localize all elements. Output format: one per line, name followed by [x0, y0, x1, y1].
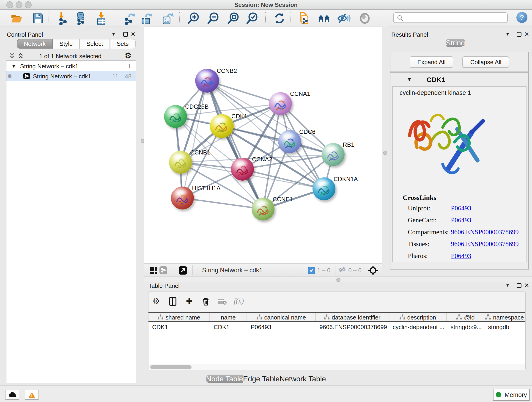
table-panel-collapse-icon[interactable]: ▾	[506, 282, 509, 288]
gene-section-header[interactable]: ▼ CDK1	[390, 73, 528, 86]
open-session-icon[interactable]	[10, 12, 23, 25]
table-row[interactable]: CDK1CDK1P064939606.ENSP00000378699cyclin…	[148, 322, 525, 332]
splitter-handle[interactable]	[383, 151, 387, 155]
node-CCNA1[interactable]	[269, 92, 292, 115]
control-panel-close-icon[interactable]: ✕	[131, 31, 136, 38]
table-cell[interactable]: CDK1	[210, 324, 247, 331]
tab-node-table[interactable]: Node Table	[206, 375, 243, 383]
export-table-icon[interactable]	[140, 12, 153, 25]
crosslink-link[interactable]: 9606.ENSP00000378699	[451, 228, 519, 236]
column-header-database-identifier[interactable]: database identifier	[316, 313, 389, 321]
save-session-icon[interactable]	[31, 12, 45, 25]
node-CDKN1A[interactable]	[312, 177, 336, 200]
control-panel-float-icon[interactable]	[123, 32, 128, 37]
crosslink-link[interactable]: P06493	[451, 216, 471, 224]
column-header-namespace[interactable]: namespace	[484, 313, 525, 321]
left-splitter[interactable]	[141, 27, 144, 385]
export-image-icon[interactable]	[161, 12, 175, 25]
network-row[interactable]: String Network – cdk1 11 48	[6, 71, 136, 81]
zoom-in-icon[interactable]	[187, 12, 201, 25]
home-icon[interactable]	[317, 12, 331, 25]
tab-string[interactable]: String	[446, 39, 465, 47]
hide-unhide-icon[interactable]	[337, 12, 351, 25]
collapse-all-button[interactable]: Collapse All	[462, 56, 509, 68]
search-input[interactable]	[393, 12, 508, 23]
network-canvas[interactable]: CCNB2 CCNA1 CDC25B CDK1 CDC6 RB1 CCNB1 C…	[144, 27, 382, 263]
column-header-canonical-name[interactable]: canonical name	[247, 313, 316, 321]
delete-column-icon[interactable]	[201, 296, 211, 306]
birdseye-view-icon[interactable]	[178, 265, 188, 275]
import-network-file-icon[interactable]	[56, 12, 70, 25]
export-network-icon[interactable]	[123, 12, 137, 25]
table-cell[interactable]: cyclin-dependent ...	[389, 324, 447, 331]
zoom-out-icon[interactable]	[207, 12, 220, 25]
tab-network[interactable]: Network	[17, 39, 52, 49]
node-CDC6[interactable]	[278, 130, 301, 153]
tab-sets[interactable]: Sets	[110, 39, 135, 49]
cloud-button[interactable]	[5, 390, 19, 400]
table-cell[interactable]: CDK1	[148, 324, 210, 331]
grid-view-icon[interactable]	[148, 265, 158, 275]
node-CCNA2[interactable]	[231, 158, 254, 181]
tab-select[interactable]: Select	[80, 39, 110, 49]
node-label-CDC6: CDC6	[299, 128, 316, 135]
node-CCNB2[interactable]	[195, 69, 219, 93]
fit-crosshair-icon[interactable]	[368, 265, 378, 275]
zoom-fit-icon[interactable]	[227, 12, 241, 25]
column-header--id[interactable]: @id	[447, 313, 485, 321]
crosslink-link[interactable]: P06493	[451, 252, 471, 260]
right-splitter[interactable]	[382, 27, 388, 276]
table-cell[interactable]: 9606.ENSP00000378699	[316, 324, 389, 331]
crosslinks-list: Uniprot:P06493GeneCard:P06493Compartment…	[408, 204, 526, 260]
node-CDC25B[interactable]	[164, 105, 187, 128]
table-cell[interactable]: P06493	[247, 324, 316, 331]
node-label-CDC25B: CDC25B	[185, 103, 209, 110]
add-column-icon[interactable]: ✚	[184, 296, 194, 306]
edge-CCNB2-HIST1H1A[interactable]	[182, 81, 207, 198]
show-columns-icon[interactable]	[168, 296, 178, 306]
memory-button[interactable]: Memory	[493, 389, 530, 401]
results-panel-float-icon[interactable]	[517, 32, 521, 37]
table-settings-gear-icon[interactable]: ⚙	[151, 296, 161, 306]
node-HIST1H1A[interactable]	[171, 186, 194, 210]
node-CCNE1[interactable]	[252, 198, 274, 220]
tree-expander-icon[interactable]: ▼	[12, 64, 16, 69]
results-panel-close-icon[interactable]: ✕	[524, 31, 529, 38]
table-hscrollbar[interactable]	[148, 364, 525, 370]
network-collection-row[interactable]: ▼ String Network – cdk1 1	[6, 61, 136, 71]
tab-style[interactable]: Style	[52, 39, 80, 49]
warnings-button[interactable]	[25, 390, 39, 400]
network-options-gear-icon[interactable]: ⚙	[125, 51, 132, 61]
show-graphics-details-icon[interactable]	[358, 12, 372, 25]
table-panel-close-icon[interactable]: ✕	[524, 282, 529, 289]
column-header-description[interactable]: description	[389, 313, 447, 321]
crosslink-row: GeneCard:P06493	[408, 216, 526, 224]
help-icon[interactable]: ?	[516, 12, 527, 23]
column-header-shared-name[interactable]: shared name	[148, 313, 210, 321]
gene-collapse-icon[interactable]: ▼	[407, 77, 412, 82]
crosslink-link[interactable]: 9606.ENSP00000378699	[451, 240, 519, 248]
crosslink-link[interactable]: P06493	[451, 204, 471, 212]
edge-HIST1H1A-CCNE1[interactable]	[182, 198, 263, 209]
node-CDK1[interactable]	[210, 114, 234, 138]
table-cell[interactable]: stringdb:9...	[447, 324, 484, 331]
expand-all-button[interactable]: Expand All	[410, 56, 453, 68]
node-CCNB1[interactable]	[169, 151, 192, 174]
clone-network-icon[interactable]	[297, 12, 310, 25]
zoom-selected-icon[interactable]	[246, 12, 259, 25]
search-icon	[397, 14, 403, 21]
tab-network-table[interactable]: Network Table	[279, 375, 326, 383]
table-panel-float-icon[interactable]	[517, 283, 521, 288]
refresh-icon[interactable]	[273, 12, 286, 25]
share-network-icon[interactable]	[158, 265, 168, 275]
control-panel-collapse-icon[interactable]: ▾	[112, 31, 115, 37]
results-panel-collapse-icon[interactable]: ▾	[506, 31, 509, 37]
import-network-database-icon[interactable]	[74, 12, 88, 25]
import-table-icon[interactable]	[94, 12, 108, 25]
node-RB1[interactable]	[322, 143, 345, 166]
selected-checkbox-icon[interactable]	[308, 267, 315, 274]
table-hscrollbar-thumb[interactable]	[150, 365, 191, 369]
column-header-name[interactable]: name	[210, 313, 247, 321]
tab-edge-table[interactable]: Edge Table	[243, 375, 280, 383]
table-cell[interactable]: stringdb	[484, 324, 525, 331]
